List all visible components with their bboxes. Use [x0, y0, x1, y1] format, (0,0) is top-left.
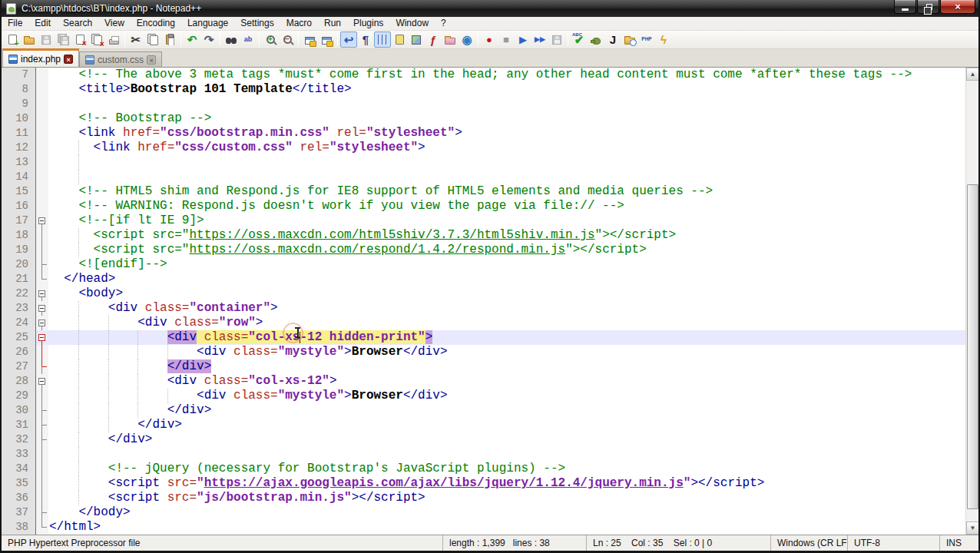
- code-line[interactable]: 18 <script src="https://oss.maxcdn.com/h…: [2, 228, 965, 243]
- code-text[interactable]: </div>: [48, 403, 965, 418]
- code-line[interactable]: 38</html>: [2, 520, 965, 535]
- code-text[interactable]: <div class="row">: [48, 316, 965, 330]
- close-button[interactable]: ×: [940, 0, 975, 14]
- code-text[interactable]: <script src="https://oss.maxcdn.com/html…: [48, 228, 965, 243]
- code-line[interactable]: 36 <script src="js/bootstrap.min.js"></s…: [2, 491, 965, 505]
- code-text[interactable]: </div>: [48, 359, 965, 374]
- cut-button[interactable]: ✂: [127, 31, 144, 48]
- run-script-button[interactable]: ϟ: [655, 31, 672, 48]
- code-line[interactable]: 20 <![endif]-->: [2, 257, 965, 272]
- close-file-button[interactable]: ×: [71, 31, 88, 48]
- menu-item-search[interactable]: Search: [57, 17, 98, 30]
- code-line[interactable]: 31 </div>: [2, 418, 965, 432]
- editor-pane[interactable]: 7 <!-- The above 3 meta tags *must* come…: [2, 68, 978, 535]
- code-text[interactable]: <script src="https://oss.maxcdn.com/resp…: [48, 243, 965, 257]
- open-file-button[interactable]: [21, 31, 38, 48]
- code-line[interactable]: 15 <!-- HTML5 shim and Respond.js for IE…: [2, 184, 965, 199]
- copy-button[interactable]: [144, 31, 161, 48]
- code-line[interactable]: 11 <link href="css/bootstrap.min.css" re…: [2, 126, 965, 141]
- code-text[interactable]: <script src="js/bootstrap.min.js"></scri…: [48, 491, 965, 505]
- code-text[interactable]: </div>: [48, 418, 965, 432]
- code-text[interactable]: <!--[if lt IE 9]>: [48, 214, 965, 228]
- scroll-down-button[interactable]: ▼: [966, 522, 978, 535]
- restore-button[interactable]: [917, 0, 939, 14]
- code-line[interactable]: 16 <!-- WARNING: Respond.js doesn't work…: [2, 199, 965, 214]
- code-text[interactable]: <title>Bootstrap 101 Template</title>: [48, 82, 965, 97]
- code-line[interactable]: 37 </body>: [2, 505, 965, 520]
- code-text[interactable]: <!-- jQuery (necessary for Bootstrap's J…: [48, 462, 965, 476]
- menu-item-settings[interactable]: Settings: [234, 17, 280, 30]
- code-line[interactable]: 7 <!-- The above 3 meta tags *must* come…: [2, 68, 965, 82]
- find-button[interactable]: [223, 31, 240, 48]
- code-text[interactable]: <!-- The above 3 meta tags *must* come f…: [48, 68, 965, 82]
- code-line[interactable]: 12 <link href="css/custom.css" rel="styl…: [2, 141, 965, 155]
- teapot-plugin-button[interactable]: [588, 31, 604, 48]
- code-text[interactable]: <!-- Bootstrap -->: [48, 111, 965, 126]
- minimize-button[interactable]: [894, 0, 916, 14]
- code-text[interactable]: [48, 155, 965, 170]
- code-line[interactable]: 35 <script src="https://ajax.googleapis.…: [2, 476, 965, 491]
- code-line[interactable]: 22 <body>: [2, 286, 965, 301]
- json-tool-button[interactable]: J: [604, 31, 621, 48]
- code-text[interactable]: </div>: [48, 432, 965, 447]
- code-line[interactable]: 21 </head>: [2, 272, 965, 286]
- explorer-plugin-button[interactable]: [621, 31, 638, 48]
- new-file-button[interactable]: +: [4, 31, 21, 48]
- save-button[interactable]: [38, 31, 55, 48]
- vertical-scrollbar[interactable]: ▲ ▼: [965, 68, 978, 535]
- code-text[interactable]: <div class="col-xs-12 hidden-print">: [48, 330, 965, 345]
- code-line[interactable]: 34 <!-- jQuery (necessary for Bootstrap'…: [2, 462, 965, 476]
- code-text[interactable]: <div class="col-xs-12">: [48, 374, 965, 389]
- indent-guide-button[interactable]: [374, 31, 391, 48]
- fold-marker[interactable]: [36, 301, 48, 316]
- menu-item-run[interactable]: Run: [318, 17, 347, 30]
- code-text[interactable]: <link href="css/custom.css" rel="stylesh…: [48, 141, 965, 155]
- code-text[interactable]: </html>: [48, 520, 965, 535]
- close-all-button[interactable]: ×: [88, 31, 105, 48]
- redo-button[interactable]: ↷: [200, 31, 217, 48]
- code-line[interactable]: 10 <!-- Bootstrap -->: [2, 111, 965, 126]
- code-text[interactable]: <!-- WARNING: Respond.js doesn't work if…: [48, 199, 965, 214]
- code-line[interactable]: 9: [2, 97, 965, 111]
- code-line[interactable]: 19 <script src="https://oss.maxcdn.com/r…: [2, 243, 965, 257]
- code-text[interactable]: <!-- HTML5 shim and Respond.js for IE8 s…: [48, 184, 965, 199]
- define-language-button[interactable]: [391, 31, 408, 48]
- paste-button[interactable]: [161, 31, 178, 48]
- code-text[interactable]: [48, 170, 965, 184]
- code-line[interactable]: 26 <div class="mystyle">Browser</div>: [2, 345, 965, 359]
- macro-stop-button[interactable]: ■: [498, 31, 515, 48]
- code-line[interactable]: 27 </div>: [2, 359, 965, 374]
- menu-item-view[interactable]: View: [98, 17, 131, 30]
- menu-item-edit[interactable]: Edit: [28, 17, 57, 30]
- fold-marker[interactable]: [36, 214, 48, 228]
- tab-custom-css[interactable]: custom.css×: [79, 51, 162, 67]
- menu-item-macro[interactable]: Macro: [280, 17, 318, 30]
- code-line[interactable]: 29 <div class="mystyle">Browser</div>: [2, 389, 965, 403]
- code-line[interactable]: 28 <div class="col-xs-12">: [2, 374, 965, 389]
- sync-horizontal-button[interactable]: [318, 31, 335, 48]
- fold-marker[interactable]: [36, 374, 48, 389]
- code-text[interactable]: <script src="https://ajax.googleapis.com…: [48, 476, 965, 491]
- macro-record-button[interactable]: ●: [481, 31, 498, 48]
- code-line[interactable]: 17 <!--[if lt IE 9]>: [2, 214, 965, 228]
- code-line[interactable]: 13: [2, 155, 965, 170]
- zoom-out-button[interactable]: −: [279, 31, 296, 48]
- code-text[interactable]: <div class="mystyle">Browser</div>: [48, 389, 965, 403]
- scrollbar-thumb[interactable]: [967, 184, 978, 509]
- save-all-button[interactable]: [55, 31, 71, 48]
- code-text[interactable]: </head>: [48, 272, 965, 286]
- code-text[interactable]: <div class="mystyle">Browser</div>: [48, 345, 965, 359]
- code-text[interactable]: [48, 97, 965, 111]
- function-list-button[interactable]: ƒ: [425, 31, 442, 48]
- sync-vertical-button[interactable]: [301, 31, 318, 48]
- code-line[interactable]: 14: [2, 170, 965, 184]
- macro-save-button[interactable]: [548, 31, 565, 48]
- code-line[interactable]: 24 <div class="row">: [2, 316, 965, 330]
- menu-item-help[interactable]: ?: [435, 17, 452, 30]
- zoom-in-button[interactable]: +: [262, 31, 279, 48]
- code-line[interactable]: 30 </div>: [2, 403, 965, 418]
- word-wrap-button[interactable]: ↩: [340, 31, 357, 48]
- print-button[interactable]: [105, 31, 122, 48]
- spell-check-button[interactable]: ✔ABC: [571, 31, 588, 48]
- menu-item-file[interactable]: File: [2, 17, 28, 30]
